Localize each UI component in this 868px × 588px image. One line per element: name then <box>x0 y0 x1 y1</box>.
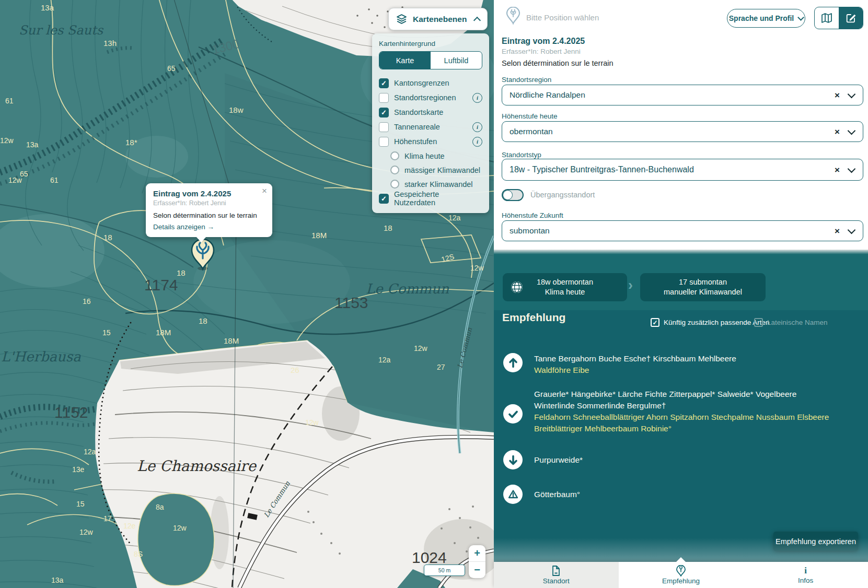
layer-checkbox-standortsregionen[interactable]: Standortsregionen i <box>379 90 482 105</box>
hoehenstufe-zukunft-select[interactable]: submontan × <box>502 220 863 241</box>
document-icon <box>551 565 561 577</box>
radio-maessiger-klimawandel[interactable]: mässiger Klimawandel <box>390 163 482 177</box>
info-icon[interactable]: i <box>472 137 482 147</box>
card-line2: manueller Klimawandel <box>640 287 766 297</box>
radio-label: starker Klimawandel <box>404 180 473 189</box>
climate-card-future[interactable]: 17 submontan manueller Klimawandel <box>640 273 766 301</box>
map-label: 18w <box>229 105 244 114</box>
tab-infos[interactable]: i Infos <box>743 562 868 588</box>
layer-label: Standortskarte <box>394 108 443 116</box>
map-label: 26 <box>291 366 299 374</box>
position-placeholder-text: Bitte Position wählen <box>526 13 599 22</box>
map-label: 61 <box>5 97 14 105</box>
recommendation-row-warning: Götterbaum° <box>503 489 858 504</box>
map-label: 12w <box>0 136 14 145</box>
map-label: 8a <box>156 503 164 511</box>
clear-icon[interactable]: × <box>835 127 840 136</box>
layer-checkbox-hoehenstufen[interactable]: Höhenstufen i <box>379 134 482 149</box>
layer-checkbox-kantonsgrenzen[interactable]: ✓ Kantonsgrenzen <box>379 76 482 90</box>
map-label: 18 <box>177 268 186 277</box>
map-icon <box>820 13 833 23</box>
map-label: Le Commun <box>366 281 449 297</box>
tree-pin-icon <box>675 565 687 577</box>
future-species-checkbox[interactable]: ✓ Künftig zusätzlich passende Arten <box>651 318 770 327</box>
zoom-in-button[interactable]: + <box>469 545 485 561</box>
popup-details-link[interactable]: Details anzeigen → <box>153 223 265 231</box>
field-label-hoehenstufe-heute: Höhenstufe heute <box>502 112 558 120</box>
recommendation-section: 18w obermontan Klima heute › 17 submonta… <box>494 250 868 562</box>
down-arrow-icon <box>503 450 523 469</box>
map-label: 18 <box>384 224 392 232</box>
layers-panel-title: Kartenhintergrund <box>379 40 482 48</box>
latin-names-checkbox[interactable]: Lateinische Namen <box>754 318 828 327</box>
map-label: L'Herbausa <box>1 349 81 364</box>
radio-label: Klima heute <box>404 152 445 160</box>
radio-klima-heute[interactable]: Klima heute <box>390 149 482 163</box>
map-label: 15 <box>102 328 111 337</box>
species-line: Feldahorn Schneeballblättriger Ahorn Spi… <box>534 411 829 423</box>
tab-standort[interactable]: Standort <box>494 562 619 588</box>
map-entry-popup: Eintrag vom 2.4.2025 × Erfasser*In: Robe… <box>146 183 272 237</box>
chevron-down-icon[interactable] <box>848 90 856 98</box>
uebergangsstandort-toggle[interactable] <box>502 189 524 201</box>
map-label: 12w <box>305 418 319 427</box>
map-label: 13a <box>41 3 54 12</box>
info-icon: i <box>804 566 807 576</box>
map-mode-button[interactable] <box>815 7 839 29</box>
close-icon[interactable]: × <box>262 186 267 195</box>
map-label: 12e <box>123 522 136 530</box>
climate-card-today[interactable]: 18w obermontan Klima heute <box>503 273 627 301</box>
edit-mode-button[interactable] <box>839 7 863 29</box>
map-label: 12w <box>8 176 22 184</box>
map-label: Le Chamossaire <box>137 457 257 475</box>
standortsregion-select[interactable]: Nördliche Randalpen × <box>502 85 863 105</box>
uebergangsstandort-label: Übergangsstandort <box>530 191 595 199</box>
language-profile-button[interactable]: Sprache und Profil <box>727 9 805 28</box>
map-edit-mode-toggle <box>814 7 863 29</box>
chevron-down-icon[interactable] <box>848 164 856 173</box>
map-label: 15 <box>76 500 85 508</box>
map-layers-button[interactable]: Kartenebenen <box>388 8 488 30</box>
card-line1: 17 submontan <box>640 277 766 287</box>
map-label: 18M <box>156 328 171 337</box>
map-label: 12w <box>470 264 484 272</box>
tab-empfehlung[interactable]: Empfehlung <box>619 562 744 588</box>
clear-icon[interactable]: × <box>835 227 840 236</box>
map-label: 61 <box>50 176 59 184</box>
clear-icon[interactable]: × <box>835 91 840 100</box>
tab-label: Infos <box>798 577 813 584</box>
map-layers-panel: Kartenhintergrund Karte Luftbild ✓ Kanto… <box>372 33 489 213</box>
standortstyp-select[interactable]: 18w - Typischer Buntreitgras-Tannen-Buch… <box>502 159 863 181</box>
info-icon[interactable]: i <box>472 122 482 132</box>
map-label: 1024 <box>412 549 447 566</box>
language-button-label: Sprache und Profil <box>729 14 794 22</box>
map-label: 1174 <box>144 276 178 293</box>
chevron-down-icon[interactable] <box>848 226 856 234</box>
zoom-out-button[interactable]: − <box>469 562 485 578</box>
layer-checkbox-tannenareale[interactable]: Tannenareale i <box>379 120 482 134</box>
info-icon[interactable]: i <box>472 93 482 103</box>
layer-checkbox-gespeicherte-nutzerdaten[interactable]: ✓ Gespeicherte Nutzerdaten <box>379 191 482 206</box>
entry-author: Erfasser*In: Robert Jenni <box>502 48 581 55</box>
layer-checkbox-standortskarte[interactable]: ✓ Standortskarte <box>379 105 482 120</box>
radio-icon <box>390 151 399 160</box>
warning-icon <box>503 485 523 504</box>
basemap-option-luftbild[interactable]: Luftbild <box>431 52 482 69</box>
recommendation-title: Empfehlung <box>502 311 565 324</box>
clear-icon[interactable]: × <box>835 166 840 174</box>
checkbox-unchecked-icon <box>379 137 389 147</box>
checkbox-label: Lateinische Namen <box>767 319 828 326</box>
up-arrow-icon <box>503 353 523 372</box>
hoehenstufe-heute-select[interactable]: obermontan × <box>502 121 863 142</box>
layer-label: Höhenstufen <box>394 137 437 146</box>
layer-label: Standortsregionen <box>394 93 456 102</box>
map-label: 13e <box>72 465 85 474</box>
radio-starker-klimawandel[interactable]: starker Klimawandel <box>390 177 482 191</box>
chevron-down-icon[interactable] <box>848 126 856 135</box>
field-value: Nördliche Randalpen <box>510 90 585 100</box>
map-label: 1153 <box>334 294 368 311</box>
checkbox-checked-icon: ✓ <box>379 78 389 88</box>
checkbox-unchecked-icon <box>754 318 763 327</box>
field-label-standortsregion: Standortsregion <box>502 76 551 84</box>
basemap-option-karte[interactable]: Karte <box>379 52 431 69</box>
